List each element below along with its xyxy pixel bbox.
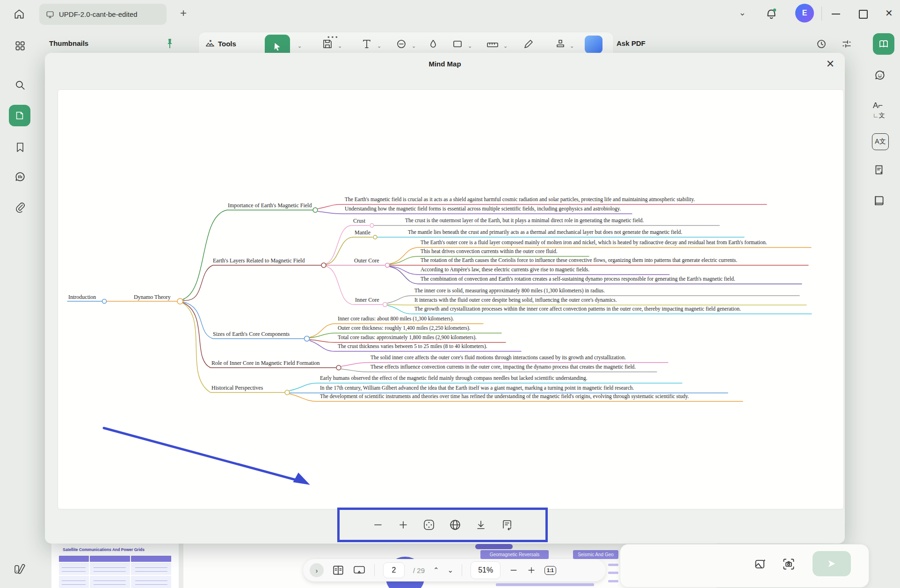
mindmap-node[interactable]: The inner core is solid, measuring appro… bbox=[414, 288, 605, 293]
ai-chat-icon[interactable] bbox=[874, 70, 886, 82]
mindmap-node[interactable]: Understanding how the magnetic field for… bbox=[345, 206, 621, 211]
mindmap-node[interactable]: These effects influence convection curre… bbox=[370, 364, 636, 370]
zoom-out-icon[interactable] bbox=[509, 566, 518, 575]
shape-rect-icon[interactable] bbox=[452, 38, 463, 50]
chevron-down-icon[interactable]: ⌄ bbox=[338, 43, 342, 49]
add-image-sparkle-icon[interactable] bbox=[754, 558, 767, 571]
mindmap-root-node[interactable]: Introduction bbox=[68, 294, 96, 301]
ruler-icon[interactable] bbox=[486, 39, 499, 50]
tab-title: UPDF-2.0-cant-be-edited bbox=[59, 10, 138, 18]
presentation-icon[interactable] bbox=[353, 564, 366, 576]
new-tab-button[interactable]: + bbox=[176, 6, 191, 21]
actual-size-button[interactable]: 1:1 bbox=[544, 566, 556, 575]
history-clock-icon[interactable] bbox=[816, 38, 827, 50]
attachment-paperclip-icon[interactable] bbox=[15, 202, 26, 214]
sidebar-item-pages-active[interactable] bbox=[9, 105, 30, 126]
chevron-down-icon[interactable]: ⌄ bbox=[503, 43, 508, 49]
summarize-doc-icon[interactable] bbox=[873, 164, 885, 176]
mindmap-node[interactable]: The crust is the outermost layer of the … bbox=[405, 218, 644, 223]
translate-page-icon[interactable]: A文 bbox=[872, 133, 889, 150]
home-icon[interactable] bbox=[13, 8, 25, 20]
minimize-button[interactable] bbox=[832, 14, 840, 15]
pen-icon[interactable] bbox=[523, 38, 534, 50]
close-icon[interactable]: ✕ bbox=[823, 58, 837, 70]
mindmap-node[interactable]: In the 17th century, William Gilbert adv… bbox=[320, 385, 634, 391]
ai-assistant-icon[interactable] bbox=[585, 36, 602, 53]
chevron-down-icon[interactable]: ⌄ bbox=[570, 43, 574, 49]
export-doc-icon[interactable] bbox=[501, 519, 513, 531]
mindmap-sub-label[interactable]: Outer Core bbox=[354, 257, 379, 264]
maximize-button[interactable] bbox=[859, 10, 868, 19]
page-number-input[interactable]: 2 bbox=[383, 562, 405, 578]
bookmark-icon[interactable] bbox=[15, 141, 26, 153]
mindmap-node[interactable]: Early humans observed the effect of the … bbox=[320, 375, 588, 381]
mindmap-sub-label[interactable]: Crust bbox=[353, 218, 365, 225]
send-button[interactable] bbox=[813, 551, 851, 576]
mindmap-center-node[interactable]: Dynamo Theory bbox=[134, 294, 171, 301]
notifications-bell-icon[interactable] bbox=[764, 6, 778, 22]
mindmap-node[interactable]: The combination of convection and Earth'… bbox=[421, 276, 735, 282]
save-icon[interactable] bbox=[322, 38, 333, 50]
previous-page-icon[interactable]: ⌃ bbox=[433, 566, 439, 574]
highlighter-icon[interactable] bbox=[428, 38, 439, 50]
language-globe-icon[interactable] bbox=[449, 519, 461, 531]
mindmap-node[interactable]: The development of scientific instrument… bbox=[320, 393, 689, 399]
search-icon[interactable] bbox=[14, 79, 26, 91]
monitor-icon bbox=[46, 10, 54, 19]
text-tool-icon[interactable] bbox=[361, 38, 372, 50]
user-avatar[interactable]: E bbox=[795, 4, 814, 22]
mindmap-node[interactable]: The Earth's magnetic field is crucial as… bbox=[345, 196, 695, 202]
chevron-down-icon[interactable]: ⌄ bbox=[735, 7, 749, 18]
mindmap-branch-label[interactable]: Role of Inner Core in Magnetic Field For… bbox=[211, 360, 320, 367]
settings-sliders-icon[interactable] bbox=[841, 38, 852, 50]
mindmap-branch-label[interactable]: Importance of Earth's Magnetic Field bbox=[228, 202, 312, 209]
collapse-chevron-icon[interactable]: › bbox=[310, 563, 324, 577]
mindmap-node[interactable]: It interacts with the fluid outer core d… bbox=[414, 297, 617, 303]
mind-map-canvas[interactable]: Introduction Dynamo Theory Importance of… bbox=[58, 89, 844, 509]
mindmap-node[interactable]: The rotation of the Earth causes the Cor… bbox=[421, 257, 737, 263]
chevron-down-icon[interactable]: ⌄ bbox=[377, 43, 381, 49]
thumbnail-slide[interactable]: Satellite Communications And Power Grids bbox=[51, 544, 179, 588]
mindmap-node[interactable]: Total core radius: approximately 1,800 m… bbox=[338, 334, 477, 340]
mindmap-branch-label[interactable]: Historical Perspectives bbox=[211, 385, 263, 392]
chevron-down-icon[interactable]: ⌄ bbox=[468, 43, 472, 49]
tools-button[interactable]: Tools bbox=[205, 38, 236, 49]
thumbnail-slide-title: Satellite Communications And Power Grids bbox=[63, 547, 145, 552]
shape-ellipse-icon[interactable] bbox=[396, 38, 407, 50]
mindmap-branch-label[interactable]: Sizes of Earth's Core Components bbox=[213, 331, 290, 338]
mindmap-sub-label[interactable]: Inner Core bbox=[355, 297, 379, 304]
document-tab[interactable]: UPDF-2.0-cant-be-edited bbox=[39, 4, 167, 25]
stamps-fan-icon[interactable] bbox=[13, 562, 26, 576]
zoom-level-value[interactable]: 51% bbox=[471, 561, 501, 579]
two-page-view-icon[interactable] bbox=[332, 564, 344, 576]
reader-ai-book-button[interactable] bbox=[873, 33, 894, 55]
translate-icon[interactable]: A⌐∟文 bbox=[873, 101, 885, 120]
mindmap-node[interactable]: The solid inner core affects the outer c… bbox=[370, 355, 626, 360]
divider bbox=[462, 564, 462, 576]
mindmap-sub-label[interactable]: Mantle bbox=[355, 229, 370, 236]
mindmap-branch-label[interactable]: Earth's Layers Related to Magnetic Field bbox=[213, 257, 305, 264]
mindmap-node[interactable]: The crust thickness varies between 5 to … bbox=[338, 343, 487, 349]
mindmap-node[interactable]: This heat drives convection currents wit… bbox=[421, 248, 558, 254]
zoom-out-icon[interactable] bbox=[372, 519, 384, 530]
mindmap-node[interactable]: The mantle lies beneath the crust and pr… bbox=[408, 229, 682, 235]
comments-icon[interactable] bbox=[14, 171, 26, 183]
next-page-icon[interactable]: ⌄ bbox=[448, 566, 454, 574]
download-icon[interactable] bbox=[475, 519, 486, 530]
mindmap-node[interactable]: Outer core thickness: roughly 1,400 mile… bbox=[338, 325, 471, 331]
book-icon[interactable] bbox=[873, 195, 885, 207]
stamp-icon[interactable] bbox=[555, 38, 566, 50]
pin-icon[interactable] bbox=[165, 37, 175, 50]
fit-screen-icon[interactable] bbox=[423, 519, 435, 531]
mindmap-node[interactable]: The growth and crystallization processes… bbox=[414, 306, 741, 312]
apps-grid-icon[interactable] bbox=[14, 40, 26, 52]
mindmap-node[interactable]: Inner core radius: about 800 miles (1,30… bbox=[338, 316, 454, 321]
chevron-down-icon[interactable]: ⌄ bbox=[298, 43, 302, 49]
mindmap-node[interactable]: According to Ampère's law, these electri… bbox=[421, 267, 589, 272]
close-window-button[interactable]: ✕ bbox=[885, 7, 893, 19]
mindmap-node[interactable]: The Earth's outer core is a fluid layer … bbox=[421, 240, 767, 245]
screenshot-camera-icon[interactable] bbox=[782, 558, 795, 571]
zoom-in-icon[interactable] bbox=[527, 566, 536, 575]
chevron-down-icon[interactable]: ⌄ bbox=[412, 43, 416, 49]
zoom-in-icon[interactable] bbox=[398, 519, 409, 530]
